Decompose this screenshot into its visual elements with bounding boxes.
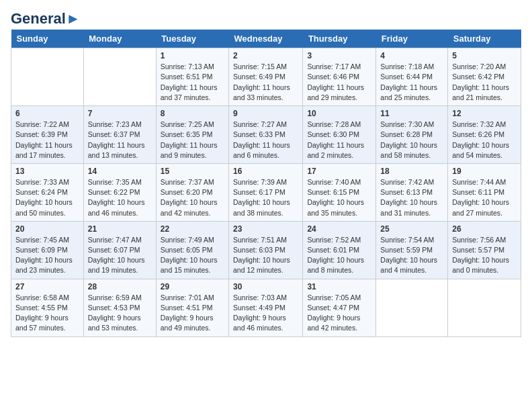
- calendar-cell: 26Sunrise: 7:56 AM Sunset: 5:57 PM Dayli…: [448, 221, 521, 279]
- weekday-header-cell: Saturday: [448, 30, 521, 48]
- calendar-cell: 27Sunrise: 6:58 AM Sunset: 4:55 PM Dayli…: [11, 279, 84, 336]
- day-number: 15: [161, 167, 224, 176]
- day-number: 22: [161, 224, 224, 234]
- day-number: 28: [88, 282, 152, 291]
- calendar-cell: 23Sunrise: 7:51 AM Sunset: 6:03 PM Dayli…: [229, 221, 303, 279]
- cell-content: Sunrise: 6:58 AM Sunset: 4:55 PM Dayligh…: [15, 293, 79, 334]
- calendar-cell: [448, 279, 521, 336]
- cell-content: Sunrise: 7:37 AM Sunset: 6:20 PM Dayligh…: [161, 177, 224, 218]
- cell-content: Sunrise: 7:13 AM Sunset: 6:51 PM Dayligh…: [161, 62, 224, 103]
- calendar-cell: 25Sunrise: 7:54 AM Sunset: 5:59 PM Dayli…: [376, 221, 448, 279]
- cell-content: Sunrise: 7:27 AM Sunset: 6:33 PM Dayligh…: [233, 120, 298, 161]
- cell-content: Sunrise: 7:35 AM Sunset: 6:22 PM Dayligh…: [88, 177, 152, 218]
- cell-content: Sunrise: 7:51 AM Sunset: 6:03 PM Dayligh…: [233, 235, 298, 276]
- day-number: 20: [15, 224, 79, 234]
- calendar-cell: 5Sunrise: 7:20 AM Sunset: 6:42 PM Daylig…: [448, 48, 521, 106]
- cell-content: Sunrise: 7:25 AM Sunset: 6:35 PM Dayligh…: [161, 120, 224, 161]
- calendar-cell: 20Sunrise: 7:45 AM Sunset: 6:09 PM Dayli…: [11, 221, 84, 279]
- calendar-cell: 28Sunrise: 6:59 AM Sunset: 4:53 PM Dayli…: [83, 279, 156, 336]
- calendar-cell: 21Sunrise: 7:47 AM Sunset: 6:07 PM Dayli…: [83, 221, 156, 279]
- day-number: 30: [233, 282, 298, 291]
- cell-content: Sunrise: 7:22 AM Sunset: 6:39 PM Dayligh…: [15, 120, 79, 161]
- day-number: 7: [88, 109, 152, 118]
- day-number: 4: [380, 51, 443, 60]
- cell-content: Sunrise: 7:28 AM Sunset: 6:30 PM Dayligh…: [307, 120, 371, 161]
- day-number: 6: [15, 109, 79, 118]
- calendar-cell: 10Sunrise: 7:28 AM Sunset: 6:30 PM Dayli…: [303, 106, 376, 164]
- cell-content: Sunrise: 7:54 AM Sunset: 5:59 PM Dayligh…: [380, 235, 443, 276]
- cell-content: Sunrise: 7:33 AM Sunset: 6:24 PM Dayligh…: [15, 177, 79, 218]
- calendar-cell: 11Sunrise: 7:30 AM Sunset: 6:28 PM Dayli…: [376, 106, 448, 164]
- cell-content: Sunrise: 7:40 AM Sunset: 6:15 PM Dayligh…: [307, 177, 371, 218]
- calendar-cell: 6Sunrise: 7:22 AM Sunset: 6:39 PM Daylig…: [11, 106, 84, 164]
- cell-content: Sunrise: 7:18 AM Sunset: 6:44 PM Dayligh…: [380, 62, 443, 103]
- calendar-body: 1Sunrise: 7:13 AM Sunset: 6:51 PM Daylig…: [11, 48, 521, 336]
- cell-content: Sunrise: 7:23 AM Sunset: 6:37 PM Dayligh…: [88, 120, 152, 161]
- weekday-header-cell: Monday: [83, 30, 156, 48]
- calendar-cell: 30Sunrise: 7:03 AM Sunset: 4:49 PM Dayli…: [229, 279, 303, 336]
- calendar-cell: 13Sunrise: 7:33 AM Sunset: 6:24 PM Dayli…: [11, 163, 84, 221]
- cell-content: Sunrise: 7:20 AM Sunset: 6:42 PM Dayligh…: [452, 62, 517, 103]
- day-number: 27: [15, 282, 79, 291]
- calendar-cell: 15Sunrise: 7:37 AM Sunset: 6:20 PM Dayli…: [156, 163, 228, 221]
- calendar-cell: 14Sunrise: 7:35 AM Sunset: 6:22 PM Dayli…: [83, 163, 156, 221]
- cell-content: Sunrise: 7:30 AM Sunset: 6:28 PM Dayligh…: [380, 120, 443, 161]
- calendar-cell: 3Sunrise: 7:17 AM Sunset: 6:46 PM Daylig…: [303, 48, 376, 106]
- cell-content: Sunrise: 7:42 AM Sunset: 6:13 PM Dayligh…: [380, 177, 443, 218]
- cell-content: Sunrise: 7:17 AM Sunset: 6:46 PM Dayligh…: [307, 62, 371, 103]
- day-number: 21: [88, 224, 152, 234]
- weekday-header-cell: Friday: [376, 30, 448, 48]
- cell-content: Sunrise: 7:32 AM Sunset: 6:26 PM Dayligh…: [452, 120, 517, 161]
- day-number: 8: [161, 109, 224, 118]
- day-number: 16: [233, 167, 298, 176]
- day-number: 5: [452, 51, 517, 60]
- cell-content: Sunrise: 7:39 AM Sunset: 6:17 PM Dayligh…: [233, 177, 298, 218]
- day-number: 1: [161, 51, 224, 60]
- day-number: 23: [233, 224, 298, 234]
- calendar-cell: 29Sunrise: 7:01 AM Sunset: 4:51 PM Dayli…: [156, 279, 228, 336]
- day-number: 10: [307, 109, 371, 118]
- calendar-cell: [11, 48, 84, 106]
- cell-content: Sunrise: 7:49 AM Sunset: 6:05 PM Dayligh…: [161, 235, 224, 276]
- calendar-cell: 1Sunrise: 7:13 AM Sunset: 6:51 PM Daylig…: [156, 48, 228, 106]
- calendar-week-row: 13Sunrise: 7:33 AM Sunset: 6:24 PM Dayli…: [11, 163, 521, 221]
- calendar-week-row: 27Sunrise: 6:58 AM Sunset: 4:55 PM Dayli…: [11, 279, 521, 336]
- cell-content: Sunrise: 7:45 AM Sunset: 6:09 PM Dayligh…: [15, 235, 79, 276]
- day-number: 2: [233, 51, 298, 60]
- cell-content: Sunrise: 7:05 AM Sunset: 4:47 PM Dayligh…: [307, 293, 371, 334]
- calendar-cell: [376, 279, 448, 336]
- day-number: 11: [380, 109, 443, 118]
- calendar-week-row: 6Sunrise: 7:22 AM Sunset: 6:39 PM Daylig…: [11, 106, 521, 164]
- calendar-cell: 17Sunrise: 7:40 AM Sunset: 6:15 PM Dayli…: [303, 163, 376, 221]
- logo-text: General►: [11, 11, 81, 27]
- weekday-header-cell: Tuesday: [156, 30, 228, 48]
- calendar-week-row: 1Sunrise: 7:13 AM Sunset: 6:51 PM Daylig…: [11, 48, 521, 106]
- weekday-header-cell: Thursday: [303, 30, 376, 48]
- calendar-cell: 12Sunrise: 7:32 AM Sunset: 6:26 PM Dayli…: [448, 106, 521, 164]
- calendar-cell: 9Sunrise: 7:27 AM Sunset: 6:33 PM Daylig…: [229, 106, 303, 164]
- day-number: 14: [88, 167, 152, 176]
- weekday-header-cell: Sunday: [11, 30, 84, 48]
- cell-content: Sunrise: 7:47 AM Sunset: 6:07 PM Dayligh…: [88, 235, 152, 276]
- calendar-week-row: 20Sunrise: 7:45 AM Sunset: 6:09 PM Dayli…: [11, 221, 521, 279]
- day-number: 19: [452, 167, 517, 176]
- cell-content: Sunrise: 7:03 AM Sunset: 4:49 PM Dayligh…: [233, 293, 298, 334]
- day-number: 3: [307, 51, 371, 60]
- day-number: 12: [452, 109, 517, 118]
- day-number: 9: [233, 109, 298, 118]
- calendar-cell: 16Sunrise: 7:39 AM Sunset: 6:17 PM Dayli…: [229, 163, 303, 221]
- calendar-cell: [83, 48, 156, 106]
- cell-content: Sunrise: 7:56 AM Sunset: 5:57 PM Dayligh…: [452, 235, 517, 276]
- day-number: 17: [307, 167, 371, 176]
- cell-content: Sunrise: 7:44 AM Sunset: 6:11 PM Dayligh…: [452, 177, 517, 218]
- weekday-header-cell: Wednesday: [229, 30, 303, 48]
- calendar-cell: 22Sunrise: 7:49 AM Sunset: 6:05 PM Dayli…: [156, 221, 228, 279]
- day-number: 25: [380, 224, 443, 234]
- weekday-header-row: SundayMondayTuesdayWednesdayThursdayFrid…: [11, 30, 521, 48]
- calendar-cell: 4Sunrise: 7:18 AM Sunset: 6:44 PM Daylig…: [376, 48, 448, 106]
- calendar-cell: 24Sunrise: 7:52 AM Sunset: 6:01 PM Dayli…: [303, 221, 376, 279]
- day-number: 26: [452, 224, 517, 234]
- calendar-cell: 8Sunrise: 7:25 AM Sunset: 6:35 PM Daylig…: [156, 106, 228, 164]
- calendar-cell: 19Sunrise: 7:44 AM Sunset: 6:11 PM Dayli…: [448, 163, 521, 221]
- day-number: 29: [161, 282, 224, 291]
